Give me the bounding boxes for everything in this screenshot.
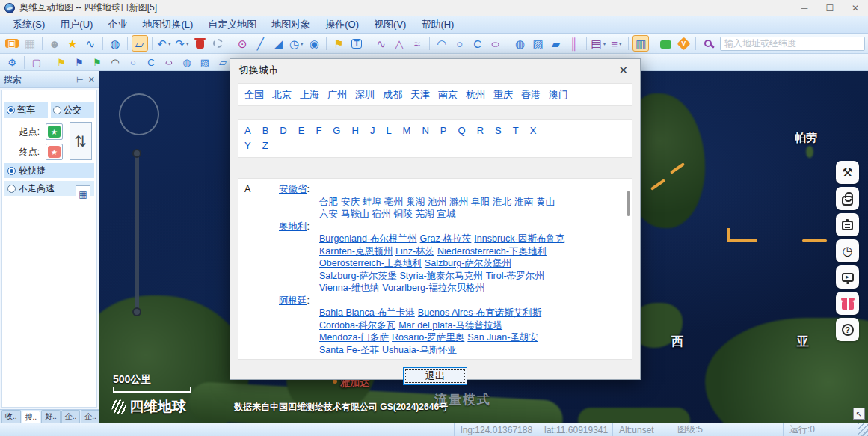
hot-city-link-上海[interactable]: 上海: [300, 88, 319, 102]
close-button[interactable]: ✕: [843, 0, 868, 16]
hot-city-link-全国[interactable]: 全国: [244, 88, 264, 102]
city-link[interactable]: San Juan-圣胡安: [467, 332, 538, 343]
letter-link-A[interactable]: A: [244, 125, 251, 136]
sidebar-tab-3[interactable]: 企..: [61, 410, 81, 423]
bullet-list-icon[interactable]: ≡▾: [608, 35, 624, 52]
city-link[interactable]: Burgenland-布尔根兰州: [319, 233, 417, 244]
dropdown-caret-icon[interactable]: ▾: [186, 41, 189, 46]
city-link[interactable]: 芜湖: [416, 209, 434, 219]
menu-item-地图切换(L)[interactable]: 地图切换(L): [135, 16, 200, 33]
city-link[interactable]: 铜陵: [394, 209, 413, 219]
city-link[interactable]: Bahia Blanca-布兰卡港: [319, 307, 415, 318]
letter-link-N[interactable]: N: [422, 125, 428, 136]
menu-item-自定义地图[interactable]: 自定义地图: [201, 16, 263, 33]
city-link[interactable]: 合肥: [319, 197, 338, 207]
city-link[interactable]: 淮北: [493, 197, 511, 207]
route-start-node[interactable]: [132, 149, 141, 158]
toolbox-icon[interactable]: ⚒: [836, 161, 859, 184]
letter-link-E[interactable]: E: [298, 125, 305, 136]
parallel-lines-icon[interactable]: ║: [566, 35, 582, 52]
hot-city-link-澳门[interactable]: 澳门: [549, 88, 568, 102]
favorites-icon[interactable]: ★: [64, 35, 81, 52]
region-link-阿根廷[interactable]: 阿根廷: [279, 295, 307, 307]
city-link[interactable]: Rosario-罗萨里奥: [392, 332, 464, 343]
measure-area-icon[interactable]: ◢: [270, 35, 286, 52]
measure-distance-icon[interactable]: ╱: [252, 35, 268, 52]
store-bag-icon[interactable]: [836, 187, 859, 210]
mode-transit-option[interactable]: 公交: [51, 102, 94, 118]
cursor-mode-box[interactable]: ↖: [853, 408, 865, 420]
mode-drive-option[interactable]: 驾车: [4, 102, 48, 118]
filled-circle-icon[interactable]: ◍: [512, 35, 529, 52]
city-link[interactable]: Niederösterreich-下奥地利: [437, 246, 547, 257]
camera-icon[interactable]: ◉: [306, 35, 322, 52]
region-link-奥地利[interactable]: 奥地利: [279, 221, 307, 233]
start-point-button[interactable]: ★: [46, 123, 63, 140]
city-link[interactable]: 安庆: [341, 197, 360, 207]
city-link[interactable]: 池州: [428, 197, 446, 207]
edit-object-icon[interactable]: ▱: [132, 35, 148, 52]
city-link[interactable]: Vienna-维也纳: [319, 283, 379, 293]
swap-start-end-button[interactable]: ⇅: [70, 122, 92, 160]
gift-icon[interactable]: [836, 292, 859, 315]
vip-icon[interactable]: V: [675, 35, 692, 52]
letter-link-S[interactable]: S: [495, 125, 502, 136]
dialog-scrollbar[interactable]: [626, 182, 631, 356]
letter-link-Q[interactable]: Q: [458, 125, 466, 136]
pin-yellow-icon[interactable]: ⚑: [53, 55, 70, 70]
ellipse-2-icon[interactable]: ○: [161, 55, 177, 70]
city-link[interactable]: Mendoza-门多萨: [319, 332, 389, 343]
history-clock-icon[interactable]: ◷: [836, 239, 859, 262]
auto-hide-pin-icon[interactable]: ⊥: [75, 76, 84, 83]
city-link[interactable]: 宣城: [437, 209, 456, 219]
city-link[interactable]: 阜阳: [471, 197, 490, 207]
pushpin-icon[interactable]: ⚑: [330, 35, 347, 52]
letter-link-Z[interactable]: Z: [262, 140, 268, 151]
city-link[interactable]: 滁州: [449, 197, 468, 207]
lasso-select-icon[interactable]: [209, 35, 226, 52]
city-link[interactable]: Ushuaia-乌斯怀亚: [382, 345, 457, 355]
letter-link-G[interactable]: G: [333, 125, 340, 136]
address-search-input[interactable]: [720, 37, 865, 51]
chat-icon[interactable]: [657, 35, 674, 52]
settings-gear-icon[interactable]: ⚙: [4, 55, 20, 70]
city-link[interactable]: 淮南: [514, 197, 533, 207]
circle-icon[interactable]: ○: [452, 35, 468, 52]
hot-city-link-杭州[interactable]: 杭州: [466, 88, 485, 102]
filled-rect-icon[interactable]: ▨: [530, 35, 547, 52]
save-icon[interactable]: ▦: [22, 35, 38, 52]
letter-link-H[interactable]: H: [351, 125, 358, 136]
panel-toggle-icon[interactable]: ▥: [632, 35, 649, 52]
city-link[interactable]: Oberösterreich-上奥地利: [319, 258, 422, 268]
curve-icon[interactable]: ≈: [409, 35, 425, 52]
sidebar-tab-4[interactable]: 企..: [81, 410, 100, 423]
location-pin-icon[interactable]: ⊙: [234, 35, 250, 52]
letter-link-J[interactable]: J: [370, 125, 375, 136]
menu-item-系统(S)[interactable]: 系统(S): [6, 16, 52, 33]
menu-item-操作(O)[interactable]: 操作(O): [318, 16, 366, 33]
pin-blue-icon[interactable]: ⚑: [71, 55, 87, 70]
dropdown-caret-icon[interactable]: ▾: [168, 41, 171, 46]
delete-icon[interactable]: [191, 35, 208, 52]
hot-city-link-深圳[interactable]: 深圳: [355, 88, 375, 102]
track-icon[interactable]: ∿: [82, 35, 99, 52]
globe-3d-icon[interactable]: ◍: [107, 35, 123, 52]
city-link[interactable]: 亳州: [384, 197, 403, 207]
sidebar-close-icon[interactable]: ✕: [88, 75, 95, 85]
city-link[interactable]: 蚌埠: [363, 197, 381, 207]
city-link[interactable]: 黄山: [536, 197, 555, 207]
hot-city-link-北京[interactable]: 北京: [272, 88, 292, 102]
letter-link-X[interactable]: X: [530, 125, 537, 136]
hot-city-link-天津[interactable]: 天津: [410, 88, 430, 102]
city-link[interactable]: Styria-施泰尔马克州: [400, 271, 483, 281]
city-link[interactable]: 巢湖: [406, 197, 425, 207]
letter-link-T[interactable]: T: [513, 125, 519, 136]
route-end-node[interactable]: [132, 307, 141, 316]
polygon-triangle-icon[interactable]: △: [391, 35, 407, 52]
filled-polygon-2-icon[interactable]: ▱: [215, 55, 231, 70]
letter-link-L[interactable]: L: [386, 125, 391, 136]
filled-rect-2-icon[interactable]: ▨: [197, 55, 213, 70]
circle-2-icon[interactable]: ○: [125, 55, 141, 70]
text-label-icon[interactable]: T: [348, 35, 365, 52]
letter-link-B[interactable]: B: [262, 125, 269, 136]
